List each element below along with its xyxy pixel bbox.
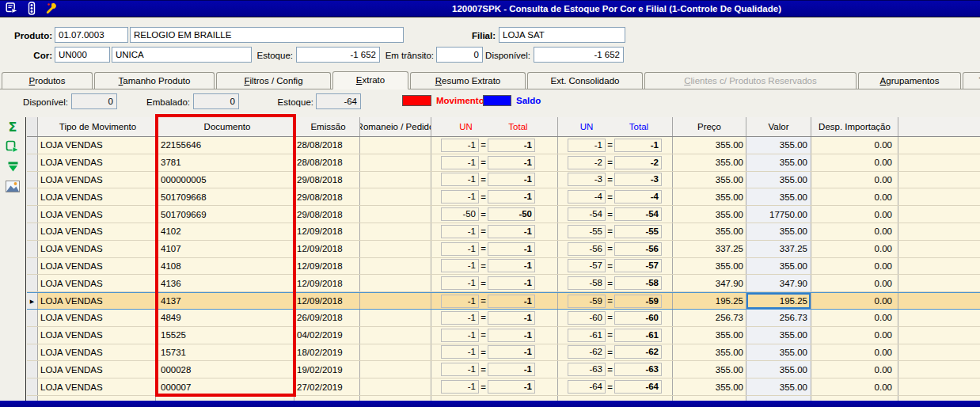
cell-saldo-total[interactable]: -54	[614, 207, 662, 221]
cell-valor[interactable]: 355.00	[746, 137, 811, 154]
col-movimento-un-total[interactable]: UN Total	[431, 117, 558, 136]
cell-valor[interactable]: 337.25	[746, 241, 811, 257]
cell-movimento-un[interactable]: -1	[441, 276, 479, 290]
cell-valor[interactable]: 355.00	[746, 327, 811, 344]
cell-tipo-movimento[interactable]: LOJA VENDAS	[38, 241, 156, 257]
cell-romaneio-pedido[interactable]	[360, 154, 431, 171]
table-row[interactable]: ▶LOJA VENDAS413712/09/2018-1=-1-59=-5919…	[27, 292, 980, 310]
cell-romaneio-pedido[interactable]	[360, 310, 431, 326]
cell-movimento-total[interactable]: -1	[488, 225, 535, 238]
cell-movimento[interactable]: -1=-1	[431, 361, 558, 378]
cell-saldo-total[interactable]: -63	[614, 363, 662, 376]
cell-preco[interactable]: 355.00	[673, 378, 746, 395]
cell-emissao[interactable]: 18/02/2019	[294, 344, 360, 361]
cell-emissao[interactable]: 19/02/2019	[294, 361, 360, 378]
col-valor[interactable]: Valor	[746, 117, 811, 136]
cell-preco[interactable]: 355.00	[673, 188, 746, 205]
cell-movimento[interactable]: -1=-1	[431, 172, 558, 188]
cell-valor[interactable]: 17750.00	[746, 206, 811, 223]
cell-valor[interactable]: 355.00	[746, 172, 811, 188]
col-desp-importacao[interactable]: Desp. Importação	[811, 117, 898, 136]
cell-movimento-total[interactable]: -1	[488, 345, 535, 359]
cell-tipo-movimento[interactable]: LOJA VENDAS	[38, 327, 156, 344]
table-row[interactable]: LOJA VENDAS50170966829/08/2018-1=-1-4=-4…	[27, 188, 980, 206]
cell-desp-importacao[interactable]: 0.00	[811, 327, 898, 344]
cell-saldo[interactable]: -57=-57	[558, 258, 673, 275]
table-row[interactable]: LOJA VENDAS410212/09/2018-1=-1-55=-55355…	[27, 223, 980, 241]
cell-emissao[interactable]: 12/09/2018	[294, 258, 360, 275]
cell-movimento-un[interactable]: -1	[441, 259, 479, 272]
cell-romaneio-pedido[interactable]	[360, 327, 431, 344]
cell-saldo-un[interactable]: -64	[568, 380, 606, 394]
cell-saldo[interactable]: -4=-4	[558, 188, 673, 205]
cell-saldo[interactable]: -60=-60	[558, 310, 673, 326]
cell-romaneio-pedido[interactable]	[360, 258, 431, 275]
cell-movimento-total[interactable]: -1	[488, 259, 535, 272]
cell-movimento-un[interactable]: -1	[441, 173, 479, 186]
cor-desc-field[interactable]: UNICA	[112, 47, 252, 63]
cell-tipo-movimento[interactable]: LOJA VENDAS	[38, 137, 156, 154]
cell-romaneio-pedido[interactable]	[360, 378, 431, 395]
cell-saldo-un[interactable]: -58	[568, 276, 606, 290]
col-documento[interactable]: Documento	[156, 117, 294, 136]
cell-movimento-un[interactable]: -1	[441, 156, 479, 169]
tab-tr-ns[interactable]: Trâns	[963, 72, 980, 89]
cell-movimento-un[interactable]: -1	[441, 380, 479, 394]
cell-emissao[interactable]: 04/02/2019	[294, 327, 360, 344]
go-to-last-icon[interactable]	[5, 159, 21, 174]
cell-movimento-un[interactable]: -1	[441, 345, 479, 359]
wrench-icon[interactable]	[45, 2, 59, 16]
cell-movimento-total[interactable]: -1	[488, 380, 535, 394]
cell-saldo[interactable]: -3=-3	[558, 172, 673, 188]
cell-desp-importacao[interactable]: 0.00	[811, 258, 898, 275]
em-transito-field[interactable]: 0	[436, 47, 483, 63]
cell-tipo-movimento[interactable]: LOJA VENDAS	[38, 154, 156, 171]
cell-movimento-un[interactable]: -1	[441, 242, 479, 256]
cell-movimento-total[interactable]: -1	[488, 242, 535, 256]
cell-saldo-un[interactable]: -57	[568, 259, 606, 272]
cell-desp-importacao[interactable]: 0.00	[811, 206, 898, 223]
cell-saldo-total[interactable]: -56	[614, 242, 662, 256]
cell-movimento-un[interactable]: -1	[441, 295, 479, 308]
export-result-icon[interactable]	[5, 139, 21, 154]
cell-movimento-un[interactable]: -1	[441, 311, 479, 325]
cell-movimento-un[interactable]: -1	[441, 139, 479, 152]
cell-saldo-total[interactable]: -57	[614, 259, 662, 272]
cell-preco[interactable]: 355.00	[673, 327, 746, 344]
table-row[interactable]: LOJA VENDAS00000727/02/2019-1=-1-64=-643…	[27, 378, 980, 396]
cell-tipo-movimento[interactable]: LOJA VENDAS	[38, 361, 156, 378]
cell-tipo-movimento[interactable]: LOJA VENDAS	[38, 223, 156, 240]
cell-valor[interactable]: 355.00	[746, 154, 811, 171]
table-row[interactable]: LOJA VENDAS410712/09/2018-1=-1-56=-56337…	[27, 241, 980, 258]
cell-documento[interactable]: 4102	[156, 223, 294, 240]
sum-icon[interactable]: Σ	[5, 120, 21, 135]
cell-saldo[interactable]: -2=-2	[558, 154, 673, 171]
cell-movimento-total[interactable]: -1	[488, 156, 535, 169]
cell-saldo-total[interactable]: -55	[614, 225, 662, 238]
cell-documento[interactable]: 3781	[156, 154, 294, 171]
cell-preco[interactable]: 347.90	[673, 275, 746, 291]
cell-valor[interactable]: 256.73	[746, 310, 811, 326]
cell-movimento-total[interactable]: -1	[488, 363, 535, 376]
filial-field[interactable]: LOJA SAT	[499, 27, 625, 43]
cell-valor[interactable]: 355.00	[746, 188, 811, 205]
cell-saldo-total[interactable]: -61	[614, 329, 662, 342]
cell-saldo-un[interactable]: -59	[568, 295, 606, 308]
cell-documento[interactable]: 22155646	[156, 137, 294, 154]
table-row[interactable]: LOJA VENDAS00000000529/08/2018-1=-1-3=-3…	[27, 172, 980, 189]
table-row[interactable]: LOJA VENDAS1552504/02/2019-1=-1-61=-6135…	[27, 327, 980, 344]
cell-romaneio-pedido[interactable]	[360, 275, 431, 291]
cell-tipo-movimento[interactable]: LOJA VENDAS	[38, 258, 156, 275]
cell-movimento-total[interactable]: -1	[488, 173, 535, 186]
cell-emissao[interactable]: 28/08/2018	[294, 154, 360, 171]
cell-movimento-total[interactable]: -1	[488, 295, 535, 308]
table-row[interactable]: LOJA VENDAS00002819/02/2019-1=-1-63=-633…	[27, 361, 980, 378]
tab-agrupamentos[interactable]: Agrupamentos	[858, 72, 961, 89]
cell-tipo-movimento[interactable]: LOJA VENDAS	[38, 206, 156, 223]
cell-documento[interactable]: 000028	[156, 361, 294, 378]
cell-movimento[interactable]: -1=-1	[431, 310, 558, 326]
produto-code-field[interactable]: 01.07.0003	[55, 27, 128, 43]
cell-documento[interactable]: 4136	[156, 275, 294, 291]
cell-saldo[interactable]: -64=-64	[558, 378, 673, 395]
cell-saldo[interactable]: -62=-62	[558, 344, 673, 361]
